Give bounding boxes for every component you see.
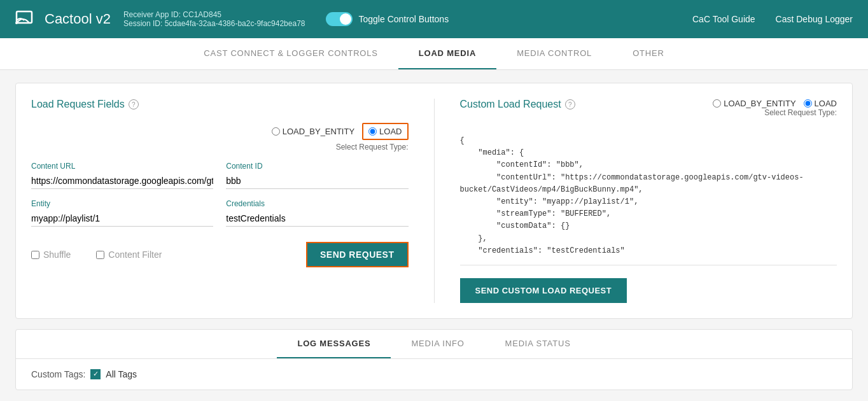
entity-field: Entity [31, 199, 213, 227]
load-media-card: Load Request Fields ? LOAD_BY_ENTITY LOA… [15, 83, 853, 319]
tab-cast-connect[interactable]: CAST CONNECT & LOGGER CONTROLS [183, 38, 398, 69]
toggle-area: Toggle Control Buttons [326, 12, 449, 26]
bottom-content: Custom Tags: All Tags [16, 359, 852, 390]
right-panel-header: Custom Load Request ? LOAD_BY_ENTITY LOA… [460, 99, 837, 127]
form-row-1: Content URL Content ID [31, 162, 409, 189]
json-display: { "media": { "contentId": "bbb", "conten… [460, 135, 837, 265]
custom-tags-label: Custom Tags: [31, 369, 85, 379]
content-id-input[interactable] [226, 173, 408, 189]
app-header: Cactool v2 Receiver App ID: CC1AD845 Ses… [0, 0, 868, 38]
select-type-label-right: Select Request Type: [764, 108, 837, 117]
tab-load-media[interactable]: LOAD MEDIA [398, 38, 496, 69]
content-filter-checkbox-label[interactable]: Content Filter [96, 250, 162, 260]
content-url-field: Content URL [31, 162, 213, 189]
cast-debug-logger-link[interactable]: Cast Debug Logger [776, 14, 853, 24]
credentials-input[interactable] [226, 211, 408, 227]
toggle-control-switch[interactable] [326, 12, 353, 26]
custom-load-request-panel: Custom Load Request ? LOAD_BY_ENTITY LOA… [460, 99, 837, 303]
left-panel-title: Load Request Fields ? [31, 99, 409, 110]
tab-media-status[interactable]: MEDIA STATUS [485, 330, 591, 358]
bottom-section: LOG MESSAGES MEDIA INFO MEDIA STATUS Cus… [15, 329, 853, 390]
cast-logo-icon [15, 8, 38, 31]
right-request-type: LOAD_BY_ENTITY LOAD Select Request Type: [713, 99, 837, 127]
help-icon-right[interactable]: ? [565, 99, 575, 109]
radio-load-by-entity-left[interactable]: LOAD_BY_ENTITY [272, 127, 354, 136]
radio-load-by-entity-right[interactable]: LOAD_BY_ENTITY [713, 99, 795, 108]
send-custom-load-request-button[interactable]: SEND CUSTOM LOAD REQUEST [460, 278, 627, 303]
shuffle-label: Shuffle [43, 250, 71, 260]
tab-other[interactable]: OTHER [612, 38, 685, 69]
send-request-button[interactable]: SEND REQUEST [306, 242, 408, 267]
tab-media-control[interactable]: MEDIA CONTROL [496, 38, 612, 69]
radio-load-left[interactable]: LOAD [362, 123, 408, 140]
right-panel-title: Custom Load Request ? [460, 99, 575, 110]
content-filter-checkbox[interactable] [96, 251, 104, 259]
main-nav: CAST CONNECT & LOGGER CONTROLS LOAD MEDI… [0, 38, 868, 70]
svg-point-2 [15, 22, 18, 24]
bottom-tabs: LOG MESSAGES MEDIA INFO MEDIA STATUS [16, 330, 852, 359]
logo-area: Cactool v2 [15, 8, 111, 31]
entity-label: Entity [31, 199, 213, 208]
toggle-label: Toggle Control Buttons [359, 14, 449, 24]
main-content: Load Request Fields ? LOAD_BY_ENTITY LOA… [0, 70, 868, 401]
session-info: Receiver App ID: CC1AD845 Session ID: 5c… [123, 10, 305, 28]
cac-tool-guide-link[interactable]: CaC Tool Guide [692, 14, 755, 24]
content-filter-label: Content Filter [108, 250, 162, 260]
panel-divider [434, 99, 435, 303]
shuffle-checkbox-label[interactable]: Shuffle [31, 250, 71, 260]
shuffle-checkbox[interactable] [31, 251, 39, 259]
tab-log-messages[interactable]: LOG MESSAGES [277, 330, 391, 358]
select-type-label-left: Select Request Type: [31, 143, 409, 151]
form-row-2: Entity Credentials [31, 199, 409, 227]
custom-tags-row: Custom Tags: All Tags [31, 369, 837, 379]
header-links: CaC Tool Guide Cast Debug Logger [692, 14, 853, 24]
help-icon-left[interactable]: ? [129, 99, 139, 109]
all-tags-checkbox[interactable] [90, 369, 101, 379]
content-url-input[interactable] [31, 173, 213, 189]
receiver-app-id: Receiver App ID: CC1AD845 [123, 10, 305, 19]
app-title: Cactool v2 [45, 11, 111, 27]
credentials-label: Credentials [226, 199, 408, 208]
entity-input[interactable] [31, 211, 213, 227]
tab-media-info[interactable]: MEDIA INFO [391, 330, 484, 358]
radio-load-right[interactable]: LOAD [804, 99, 837, 108]
session-id: Session ID: 5cdae4fa-32aa-4386-ba2c-9fac… [123, 19, 305, 28]
content-id-field: Content ID [226, 162, 408, 189]
all-tags-label: All Tags [106, 369, 137, 379]
content-url-label: Content URL [31, 162, 213, 171]
credentials-field: Credentials [226, 199, 408, 227]
load-request-fields-panel: Load Request Fields ? LOAD_BY_ENTITY LOA… [31, 99, 409, 303]
checkbox-row: Shuffle Content Filter [31, 250, 162, 260]
content-id-label: Content ID [226, 162, 408, 171]
